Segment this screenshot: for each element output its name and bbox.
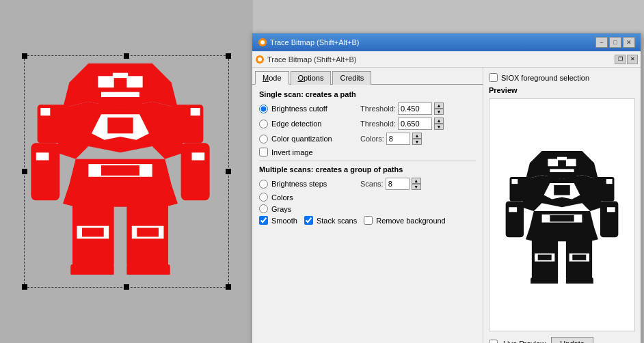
svg-rect-15 — [36, 152, 49, 160]
siox-checkbox[interactable] — [489, 73, 498, 82]
live-preview-checkbox[interactable] — [489, 340, 498, 344]
svg-rect-58 — [538, 254, 552, 260]
siox-label: SIOX foreground selection — [501, 74, 589, 82]
brightness-spin-down[interactable]: ▼ — [434, 109, 444, 115]
stack-scans-row: Stack scans — [304, 216, 357, 225]
toolbar-app-icon — [255, 55, 265, 64]
colors-spin-group: ▲ ▼ — [412, 133, 422, 145]
bottom-checkboxes: Smooth Stack scans Remove background — [259, 216, 476, 225]
svg-rect-60 — [531, 277, 558, 284]
remove-background-row: Remove background — [364, 216, 446, 225]
brightness-threshold-input[interactable] — [398, 102, 432, 115]
maximize-button[interactable]: □ — [609, 37, 621, 48]
colors-label: Colors: — [360, 135, 384, 143]
svg-rect-11 — [40, 108, 50, 115]
svg-marker-20 — [63, 184, 178, 207]
edge-spin-group: ▲ ▼ — [434, 118, 444, 130]
app-icon — [258, 38, 267, 47]
tab-options[interactable]: Options — [291, 71, 332, 85]
grays-radio[interactable] — [259, 204, 268, 213]
handle-bottom-right[interactable] — [226, 284, 231, 290]
colors-group: Colors: ▲ ▼ — [360, 133, 422, 145]
edge-detection-radio[interactable] — [259, 120, 268, 128]
svg-rect-27 — [70, 264, 113, 275]
svg-rect-45 — [606, 179, 613, 184]
edge-spin-down[interactable]: ▼ — [434, 124, 444, 130]
dialog-title-text: Trace Bitmap (Shift+Alt+B) — [270, 38, 359, 46]
invert-image-row: Invert image — [259, 148, 476, 156]
grays-label: Grays — [271, 205, 360, 213]
live-preview-row: Live Preview Update — [489, 337, 635, 343]
invert-image-checkbox[interactable] — [259, 148, 268, 156]
colors-input[interactable] — [386, 133, 410, 145]
svg-rect-36 — [557, 156, 567, 160]
toolbar-title: Trace Bitmap (Shift+Alt+B) — [267, 55, 356, 64]
multi-colors-radio[interactable] — [259, 193, 268, 202]
toolbar-close-button[interactable]: ✕ — [627, 55, 638, 64]
brightness-cutoff-row: Brightness cutoff Threshold: ▲ ▼ — [259, 102, 476, 115]
smooth-label: Smooth — [271, 217, 297, 225]
svg-rect-19 — [101, 165, 139, 176]
svg-rect-41 — [554, 184, 570, 195]
scans-group: Scans: ▲ ▼ — [360, 178, 421, 190]
brightness-spin-up[interactable]: ▲ — [434, 102, 444, 109]
dialog-body: Mode Options Credits Single scan: create… — [252, 68, 641, 343]
color-quantization-radio[interactable] — [259, 135, 268, 143]
handle-bottom-left[interactable] — [22, 284, 27, 290]
svg-rect-48 — [509, 207, 517, 212]
edge-threshold-input[interactable] — [398, 118, 432, 130]
handle-mid-right[interactable] — [226, 169, 231, 174]
scans-spin-up[interactable]: ▲ — [412, 178, 421, 184]
close-button[interactable]: ✕ — [623, 37, 635, 48]
edge-threshold-label: Threshold: — [360, 120, 396, 128]
edge-threshold-group: Threshold: ▲ ▼ — [360, 118, 444, 130]
brightness-cutoff-label: Brightness cutoff — [271, 105, 360, 113]
edge-spin-up[interactable]: ▲ — [434, 118, 444, 124]
svg-rect-47 — [600, 201, 618, 237]
handle-top-left[interactable] — [22, 53, 27, 59]
svg-rect-3 — [113, 73, 128, 78]
brightness-threshold-label: Threshold: — [360, 105, 396, 113]
multi-colors-row: Colors — [259, 193, 476, 202]
handle-mid-left[interactable] — [22, 169, 27, 174]
handle-bottom-center[interactable] — [124, 284, 129, 290]
toolbar-restore-button[interactable]: ❐ — [615, 55, 626, 64]
svg-rect-61 — [566, 277, 593, 284]
scans-spin-down[interactable]: ▼ — [412, 184, 421, 190]
svg-rect-46 — [506, 201, 524, 237]
scans-label: Scans: — [360, 180, 384, 188]
svg-rect-26 — [137, 228, 159, 236]
svg-rect-37 — [550, 169, 574, 172]
smooth-checkbox[interactable] — [259, 216, 268, 225]
tab-credits[interactable]: Credits — [332, 71, 371, 85]
invert-image-label: Invert image — [271, 148, 313, 156]
minimize-button[interactable]: − — [595, 37, 608, 48]
colors-spin-up[interactable]: ▲ — [412, 133, 422, 139]
handle-top-right[interactable] — [226, 53, 231, 59]
selection-box — [24, 55, 229, 288]
tab-mode-label: Mode — [263, 74, 282, 82]
update-button[interactable]: Update — [551, 337, 593, 343]
tab-credits-label: Credits — [340, 74, 364, 82]
handle-top-center[interactable] — [124, 53, 129, 59]
brightness-spin-group: ▲ ▼ — [434, 102, 444, 115]
brightness-steps-row: Brightness steps Scans: ▲ ▼ — [259, 178, 476, 190]
svg-rect-59 — [572, 254, 586, 260]
svg-rect-8 — [107, 118, 133, 133]
dialog-toolbar: Trace Bitmap (Shift+Alt+B) ❐ ✕ — [252, 51, 641, 68]
svg-rect-16 — [192, 152, 205, 160]
brightness-cutoff-radio[interactable] — [259, 105, 268, 113]
tab-options-label: Options — [298, 74, 324, 82]
colors-spin-down[interactable]: ▼ — [412, 139, 422, 145]
tab-mode[interactable]: Mode — [255, 71, 289, 85]
scans-input[interactable] — [386, 178, 410, 190]
tab-mode-content: Single scan: creates a path Brightness c… — [252, 85, 483, 230]
svg-rect-12 — [191, 108, 200, 115]
stack-scans-checkbox[interactable] — [304, 216, 313, 225]
svg-rect-28 — [126, 264, 170, 275]
brightness-steps-radio[interactable] — [259, 180, 268, 189]
preview-image-area — [489, 98, 635, 331]
remove-background-checkbox[interactable] — [364, 216, 373, 225]
edge-detection-row: Edge detection Threshold: ▲ ▼ — [259, 118, 476, 130]
controls-panel: Mode Options Credits Single scan: create… — [252, 68, 483, 343]
